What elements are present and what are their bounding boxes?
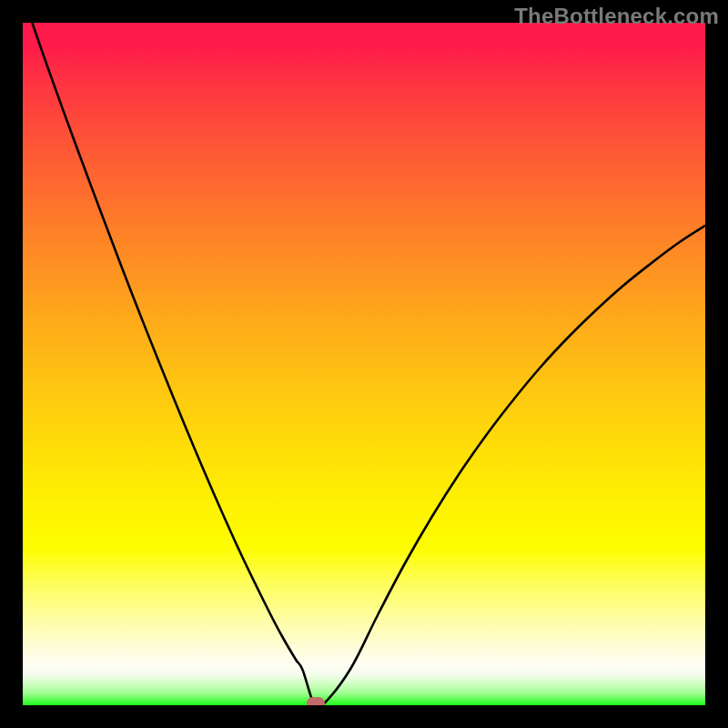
chart-frame: TheBottleneck.com [0,0,728,728]
bottleneck-curve-path [23,23,705,705]
plot-area [23,23,705,705]
optimum-marker [307,697,325,706]
curve-svg [23,23,705,705]
watermark-text: TheBottleneck.com [514,4,719,29]
